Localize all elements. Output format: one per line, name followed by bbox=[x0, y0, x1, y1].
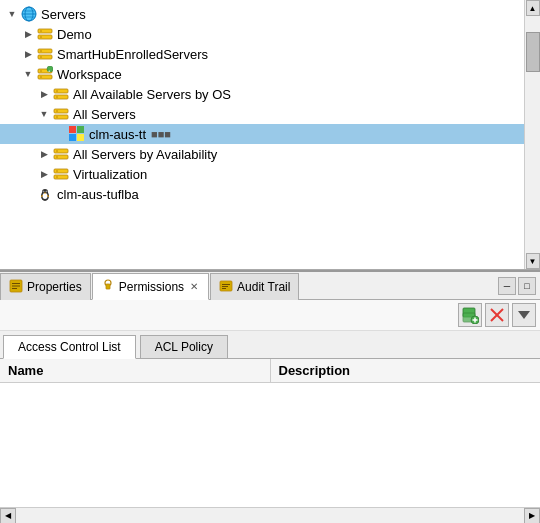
tab-properties[interactable]: Properties bbox=[0, 273, 91, 300]
tree-item-smarthub[interactable]: SmartHubEnrolledServers bbox=[0, 44, 524, 64]
audit-trail-tab-icon bbox=[219, 279, 233, 296]
sub-tab-acl-policy-label: ACL Policy bbox=[155, 340, 213, 354]
workspace-icon: + bbox=[36, 65, 54, 83]
h-scrollbar: ◀ ▶ bbox=[0, 507, 540, 523]
clm-aus-tuflba-icon bbox=[36, 185, 54, 203]
svg-rect-57 bbox=[222, 284, 230, 285]
tree-label-all-available: All Available Servers by OS bbox=[73, 87, 231, 102]
svg-rect-27 bbox=[69, 126, 76, 133]
tree-arrow-all-available[interactable] bbox=[36, 86, 52, 102]
smarthub-icon bbox=[36, 45, 54, 63]
table-body bbox=[0, 383, 540, 507]
svg-rect-22 bbox=[56, 97, 58, 98]
tree-content: Servers Demo bbox=[0, 0, 524, 269]
svg-rect-25 bbox=[56, 111, 58, 112]
svg-point-46 bbox=[46, 191, 47, 192]
tab-properties-label: Properties bbox=[27, 280, 82, 294]
svg-rect-59 bbox=[222, 288, 226, 289]
scrollbar-thumb[interactable] bbox=[526, 32, 540, 72]
col-description-header: Description bbox=[271, 359, 541, 382]
sub-tab-acl-policy[interactable]: ACL Policy bbox=[140, 335, 228, 358]
tree-label-virtualization: Virtualization bbox=[73, 167, 147, 182]
tree-panel: Servers Demo bbox=[0, 0, 540, 270]
svg-rect-55 bbox=[106, 284, 110, 289]
tree-arrow-all-servers-avail[interactable] bbox=[36, 146, 52, 162]
tree-arrow-smarthub[interactable] bbox=[20, 46, 36, 62]
svg-rect-37 bbox=[56, 171, 58, 172]
tree-label-workspace: Workspace bbox=[57, 67, 122, 82]
toolbar-row bbox=[0, 300, 540, 331]
tab-permissions-label: Permissions bbox=[119, 280, 184, 294]
dropdown-btn[interactable] bbox=[512, 303, 536, 327]
virtualization-icon bbox=[52, 165, 70, 183]
scroll-left-arrow[interactable]: ◀ bbox=[0, 508, 16, 524]
tree-item-demo[interactable]: Demo bbox=[0, 24, 524, 44]
svg-rect-38 bbox=[56, 177, 58, 178]
svg-rect-33 bbox=[56, 151, 58, 152]
tree-item-virtualization[interactable]: Virtualization bbox=[0, 164, 524, 184]
clm-aus-tt-icon bbox=[68, 125, 86, 143]
sub-tab-acl[interactable]: Access Control List bbox=[3, 335, 136, 359]
bottom-panel: Properties Permissions ✕ Audit T bbox=[0, 270, 540, 523]
clm-truncation: ■■■ bbox=[148, 128, 174, 140]
tree-arrow-workspace[interactable] bbox=[20, 66, 36, 82]
svg-rect-15 bbox=[40, 71, 42, 72]
tree-scrollbar: ▲ ▼ bbox=[524, 0, 540, 269]
svg-rect-52 bbox=[12, 285, 20, 286]
tree-item-clm-aus-tuflba[interactable]: clm-aus-tuflba bbox=[0, 184, 524, 204]
scroll-up-arrow[interactable]: ▲ bbox=[526, 0, 540, 16]
tree-arrow-demo[interactable] bbox=[20, 26, 36, 42]
tab-audit-trail[interactable]: Audit Trail bbox=[210, 273, 299, 300]
all-available-icon bbox=[52, 85, 70, 103]
maximize-btn[interactable]: □ bbox=[518, 277, 536, 295]
svg-rect-51 bbox=[12, 283, 20, 284]
sub-tab-acl-label: Access Control List bbox=[18, 340, 121, 354]
demo-icon bbox=[36, 25, 54, 43]
scroll-right-arrow[interactable]: ▶ bbox=[524, 508, 540, 524]
svg-rect-8 bbox=[40, 37, 42, 38]
svg-point-45 bbox=[43, 191, 44, 192]
tab-audit-trail-label: Audit Trail bbox=[237, 280, 290, 294]
svg-rect-7 bbox=[40, 31, 42, 32]
tree-item-clm-aus-tt[interactable]: clm-aus-tt ■■■ bbox=[0, 124, 524, 144]
svg-rect-12 bbox=[40, 57, 42, 58]
tab-spacer bbox=[300, 272, 494, 299]
col-name-header: Name bbox=[0, 359, 271, 382]
tree-arrow-servers[interactable] bbox=[4, 6, 20, 22]
servers-icon bbox=[20, 5, 38, 23]
svg-rect-21 bbox=[56, 91, 58, 92]
delete-btn[interactable] bbox=[485, 303, 509, 327]
svg-rect-30 bbox=[77, 134, 84, 141]
svg-rect-16 bbox=[40, 77, 42, 78]
tree-arrow-virtualization[interactable] bbox=[36, 166, 52, 182]
tree-item-all-available[interactable]: All Available Servers by OS bbox=[0, 84, 524, 104]
tree-label-clm-aus-tt: clm-aus-tt bbox=[89, 127, 146, 142]
svg-point-42 bbox=[43, 193, 48, 199]
tree-arrow-all-servers[interactable] bbox=[36, 106, 52, 122]
tree-item-workspace[interactable]: + Workspace bbox=[0, 64, 524, 84]
svg-point-47 bbox=[44, 193, 46, 194]
acl-table: Name Description bbox=[0, 359, 540, 507]
h-scroll-track[interactable] bbox=[16, 508, 524, 523]
add-btn[interactable] bbox=[458, 303, 482, 327]
svg-rect-11 bbox=[40, 51, 42, 52]
tree-item-all-servers[interactable]: All Servers bbox=[0, 104, 524, 124]
tree-label-smarthub: SmartHubEnrolledServers bbox=[57, 47, 208, 62]
tree-label-servers: Servers bbox=[41, 7, 86, 22]
tab-permissions[interactable]: Permissions ✕ bbox=[92, 273, 209, 300]
svg-marker-67 bbox=[518, 311, 530, 319]
tree-label-clm-aus-tuflba: clm-aus-tuflba bbox=[57, 187, 139, 202]
table-header: Name Description bbox=[0, 359, 540, 383]
all-servers-icon bbox=[52, 105, 70, 123]
tab-permissions-close[interactable]: ✕ bbox=[188, 281, 200, 292]
sub-tab-bar: Access Control List ACL Policy bbox=[0, 331, 540, 359]
svg-rect-28 bbox=[77, 126, 84, 133]
tree-item-all-servers-avail[interactable]: All Servers by Availability bbox=[0, 144, 524, 164]
tree-item-servers[interactable]: Servers bbox=[0, 4, 524, 24]
svg-rect-34 bbox=[56, 157, 58, 158]
tab-controls: ─ □ bbox=[494, 272, 540, 299]
scroll-down-arrow[interactable]: ▼ bbox=[526, 253, 540, 269]
permissions-tab-icon bbox=[101, 278, 115, 295]
minimize-btn[interactable]: ─ bbox=[498, 277, 516, 295]
svg-rect-53 bbox=[12, 288, 17, 289]
